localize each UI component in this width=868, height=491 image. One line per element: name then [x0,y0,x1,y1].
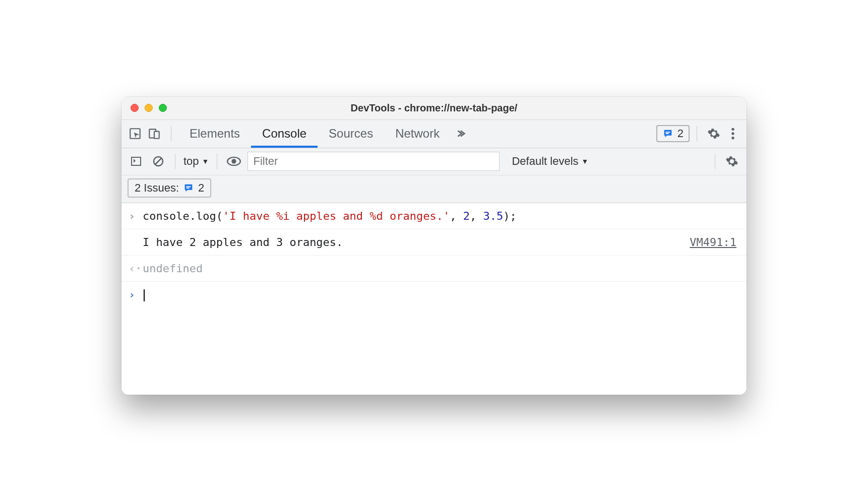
return-value: undefined [143,260,739,277]
svg-rect-13 [186,186,191,187]
issues-count: 2 [677,127,684,140]
svg-point-5 [731,128,734,131]
filter-input[interactable] [247,152,500,171]
divider [171,126,171,141]
issues-chip-count: 2 [198,181,204,195]
prompt-input-icon: › [129,207,143,225]
svg-rect-4 [665,133,668,134]
zoom-window-button[interactable] [159,104,167,112]
svg-rect-3 [665,132,670,133]
main-tabbar: Elements Console Sources Network 2 [121,120,747,148]
svg-point-7 [731,137,734,139]
issues-chip[interactable]: 2 Issues: 2 [128,178,211,198]
divider [697,126,697,141]
svg-point-6 [731,132,734,135]
console-return-row: ‹· undefined [121,256,747,282]
titlebar: DevTools - chrome://new-tab-page/ [121,97,747,120]
issues-label: 2 Issues: [135,181,179,195]
divider [175,154,175,169]
window-title: DevTools - chrome://new-tab-page/ [121,102,747,114]
message-icon [183,182,194,194]
svg-rect-8 [132,157,141,165]
more-tabs-icon[interactable] [451,124,470,143]
context-label: top [183,155,199,168]
chevron-down-icon: ▼ [202,157,209,165]
text-cursor [144,289,145,301]
minimize-window-button[interactable] [145,104,153,112]
console-output-text: I have 2 apples and 3 oranges. [143,233,690,251]
tab-sources[interactable]: Sources [318,120,384,148]
console-settings-icon[interactable] [723,153,740,170]
divider [715,154,715,169]
more-options-icon[interactable] [723,124,742,143]
tab-network[interactable]: Network [384,120,451,148]
svg-line-10 [155,158,161,164]
levels-label: Default levels [512,155,578,168]
return-icon: ‹· [129,260,143,277]
console-prompt-row[interactable]: › [121,282,747,308]
console-input-code: console.log('I have %i apples and %d ora… [143,207,739,225]
console-body: › console.log('I have %i apples and %d o… [121,203,747,395]
issues-indicator[interactable]: 2 [656,125,690,142]
traffic-lights [121,104,167,112]
svg-rect-2 [154,132,159,139]
chevron-down-icon: ▼ [582,157,589,165]
context-selector[interactable]: top ▼ [183,155,209,168]
close-window-button[interactable] [131,104,139,112]
console-toolbar: top ▼ Default levels ▼ [121,148,747,175]
settings-icon[interactable] [704,124,723,143]
svg-point-12 [232,159,236,163]
issues-bar: 2 Issues: 2 [121,175,747,203]
source-link[interactable]: VM491:1 [690,233,739,251]
device-toggle-icon[interactable] [145,124,164,143]
log-levels-selector[interactable]: Default levels ▼ [512,155,588,168]
console-sidebar-toggle-icon[interactable] [128,153,145,170]
console-input-row: › console.log('I have %i apples and %d o… [121,203,747,229]
prompt-input[interactable] [143,286,739,303]
tab-console[interactable]: Console [251,120,318,148]
live-expression-icon[interactable] [225,153,242,170]
clear-console-icon[interactable] [150,153,167,170]
tab-elements[interactable]: Elements [178,120,251,148]
svg-rect-14 [186,188,189,189]
prompt-icon: › [129,286,143,303]
console-output-row: I have 2 apples and 3 oranges. VM491:1 [121,229,747,256]
devtools-window: DevTools - chrome://new-tab-page/ Elemen… [121,97,747,395]
inspect-element-icon[interactable] [126,124,145,143]
message-icon [662,128,673,139]
divider [217,154,217,169]
